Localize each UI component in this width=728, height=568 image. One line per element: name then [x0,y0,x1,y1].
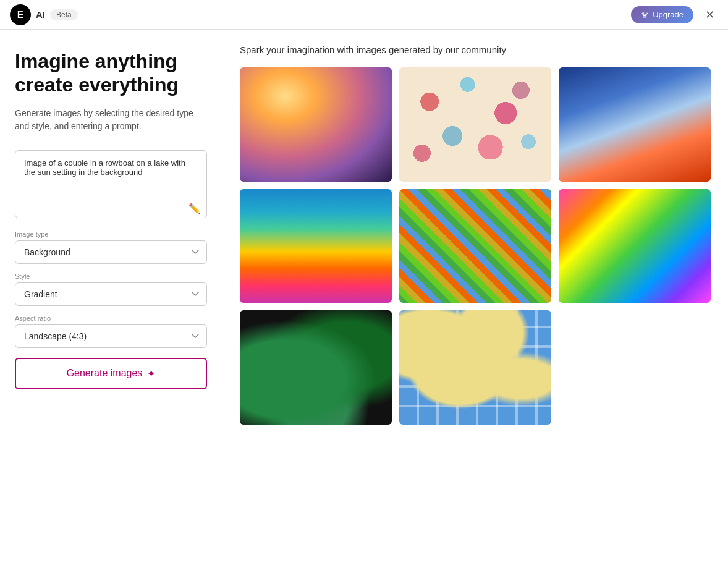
upgrade-button[interactable]: ♛ Upgrade [631,6,693,23]
right-panel: Spark your imagination with images gener… [222,30,728,568]
aspect-ratio-group: Aspect ratio Landscape (4:3) Portrait (3… [15,315,207,348]
page-heading: Imagine anything create everything [15,49,207,97]
crown-icon: ♛ [641,10,649,20]
magic-wand-icon[interactable]: ✏️ [188,203,201,214]
aspect-ratio-select[interactable]: Landscape (4:3) Portrait (3:4) Square (1… [15,324,207,348]
gallery-item[interactable] [240,310,392,425]
image-type-group: Image type Background Portrait Landscape… [15,231,207,264]
subtitle-text: Generate images by selecting the desired… [15,107,207,133]
left-panel: Imagine anything create everything Gener… [0,30,222,568]
style-group: Style Gradient Realistic Artistic Minima… [15,273,207,306]
gallery-item[interactable] [399,189,551,303]
gallery-title: Spark your imagination with images gener… [240,45,711,55]
aspect-ratio-label: Aspect ratio [15,315,207,322]
gallery-item[interactable] [240,67,392,182]
close-button[interactable]: ✕ [701,6,718,23]
prompt-wrapper: ✏️ [15,150,207,221]
main-layout: Imagine anything create everything Gener… [0,30,728,568]
image-type-select[interactable]: Background Portrait Landscape Abstract N… [15,240,207,264]
prompt-input[interactable] [15,150,207,218]
logo-icon: E [10,4,31,25]
style-select[interactable]: Gradient Realistic Artistic Minimal Vint… [15,282,207,306]
gallery-item[interactable] [240,189,392,303]
gallery-item[interactable] [399,67,551,182]
ai-label: AI [36,9,45,20]
sparkle-icon: ✦ [147,368,155,379]
gallery-item[interactable] [399,310,551,425]
gallery-grid [240,67,711,425]
generate-images-button[interactable]: Generate images ✦ [15,358,207,389]
header: E AI Beta ♛ Upgrade ✕ [0,0,728,30]
gallery-item[interactable] [559,67,711,182]
image-type-label: Image type [15,231,207,238]
gallery-item[interactable] [559,189,711,303]
beta-badge: Beta [50,9,78,20]
style-label: Style [15,273,207,280]
